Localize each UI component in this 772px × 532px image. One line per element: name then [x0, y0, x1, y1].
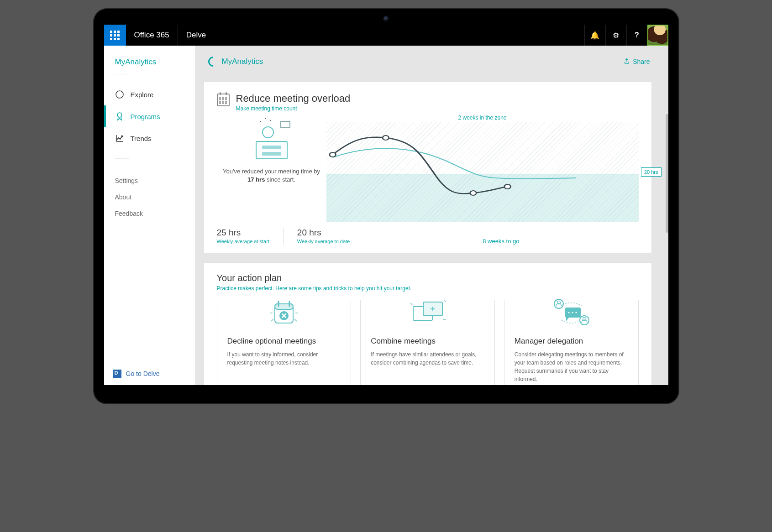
svg-point-1 [117, 113, 122, 117]
camera-icon [383, 16, 389, 22]
notifications-button[interactable]: 🔔 [584, 25, 605, 46]
share-button[interactable]: Share [624, 58, 650, 66]
help-icon: ? [635, 31, 639, 39]
svg-point-0 [116, 91, 123, 98]
weeks-to-go: 8 weeks to go [363, 228, 638, 245]
action-plan-title: Your action plan [217, 273, 639, 283]
decline-calendar-icon [227, 294, 341, 335]
scrollbar[interactable] [666, 114, 668, 233]
tip-body: If meetings have similar attendees or go… [371, 350, 484, 367]
stat-current: 20 hrs Weekly average to date [283, 228, 363, 245]
tip-title: Manager delegation [515, 337, 628, 346]
main-content: MyAnalytics Share [195, 46, 668, 385]
settings-button[interactable]: ⚙ [605, 25, 626, 46]
svg-line-13 [271, 319, 273, 321]
page-brand: MyAnalytics [208, 57, 263, 67]
calendar-icon [217, 94, 230, 106]
go-to-delve-link[interactable]: Go to Delve [104, 362, 195, 385]
svg-point-2 [329, 152, 336, 157]
svg-point-28 [572, 312, 573, 313]
progress-chart: 2 weeks in the zone [326, 115, 639, 222]
tip-combine-meetings[interactable]: Combine meetings If meetings have simila… [360, 300, 495, 385]
help-button[interactable]: ? [626, 25, 647, 46]
action-plan-subtitle: Practice makes perfect. Here are some ti… [217, 285, 639, 292]
stat-label: Weekly average to date [297, 239, 350, 244]
svg-rect-7 [275, 304, 293, 309]
divider [115, 74, 129, 74]
ribbon-icon [115, 112, 124, 121]
zone-label: 2 weeks in the zone [326, 115, 639, 121]
target-tag: 20 hrs [641, 167, 662, 177]
stat-label: Weekly average at start [217, 239, 269, 244]
svg-line-14 [294, 319, 297, 321]
combine-windows-icon [371, 294, 484, 335]
sidebar-link-about[interactable]: About [115, 193, 184, 201]
trend-icon [115, 134, 124, 143]
divider [115, 158, 129, 159]
sidebar: MyAnalytics Explore Programs [104, 46, 195, 385]
meeting-overload-card: Reduce meeting overload Make meeting tim… [204, 81, 652, 253]
svg-line-20 [444, 300, 446, 302]
delegation-icon [515, 294, 628, 335]
app-launcher-button[interactable] [104, 25, 126, 46]
sidebar-item-label: Explore [131, 91, 154, 99]
share-icon [624, 58, 630, 66]
screen: Office 365 Delve 🔔 ⚙ ? MyAnalytics [104, 25, 668, 385]
tip-decline-meetings[interactable]: Decline optional meetings If you want to… [217, 300, 352, 385]
sidebar-item-explore[interactable]: Explore [104, 83, 195, 105]
action-plan-card: Your action plan Practice makes perfect.… [204, 262, 652, 385]
topbar: Office 365 Delve 🔔 ⚙ ? [104, 25, 668, 46]
share-label: Share [633, 58, 650, 65]
main-header: MyAnalytics Share [195, 46, 668, 70]
analytics-ring-icon [206, 54, 220, 68]
reduction-text: You've reduced your meeting time by 17 h… [221, 167, 322, 184]
svg-point-3 [383, 136, 389, 140]
card-subtitle: Make meeting time count [236, 105, 351, 112]
stat-start: 25 hrs Weekly average at start [217, 228, 283, 245]
profile-avatar[interactable] [647, 25, 668, 46]
sidebar-item-trends[interactable]: Trends [104, 127, 195, 149]
bell-icon: 🔔 [590, 31, 599, 40]
tip-body: Consider delegating meetings to members … [515, 350, 628, 383]
presenter-illustration [251, 127, 292, 159]
waffle-icon [110, 31, 120, 40]
gear-icon: ⚙ [613, 31, 619, 40]
sidebar-item-label: Programs [131, 113, 160, 120]
suite-label[interactable]: Office 365 [126, 25, 178, 46]
tip-title: Combine meetings [371, 337, 484, 346]
sidebar-link-feedback[interactable]: Feedback [115, 210, 184, 217]
tablet-frame: Office 365 Delve 🔔 ⚙ ? MyAnalytics [94, 9, 678, 403]
card-title: Reduce meeting overload [236, 93, 351, 104]
page-brand-label: MyAnalytics [222, 57, 263, 66]
sidebar-link-settings[interactable]: Settings [115, 177, 184, 184]
svg-point-5 [504, 184, 510, 189]
svg-line-19 [410, 303, 412, 305]
svg-point-29 [576, 312, 577, 313]
tip-manager-delegation[interactable]: Manager delegation Consider delegating m… [504, 300, 639, 385]
svg-point-4 [470, 191, 476, 195]
compass-icon [115, 90, 124, 99]
sidebar-item-programs[interactable]: Programs [104, 105, 195, 127]
sidebar-title: MyAnalytics [104, 55, 195, 74]
tip-body: If you want to stay informed, consider r… [227, 350, 341, 367]
tip-title: Decline optional meetings [227, 337, 341, 346]
app-label[interactable]: Delve [178, 25, 214, 46]
svg-point-27 [568, 312, 570, 313]
stat-value: 20 hrs [297, 228, 350, 238]
stat-value: 25 hrs [217, 228, 269, 238]
delve-icon [113, 370, 121, 378]
sidebar-item-label: Trends [131, 135, 152, 142]
footer-label: Go to Delve [126, 370, 160, 377]
